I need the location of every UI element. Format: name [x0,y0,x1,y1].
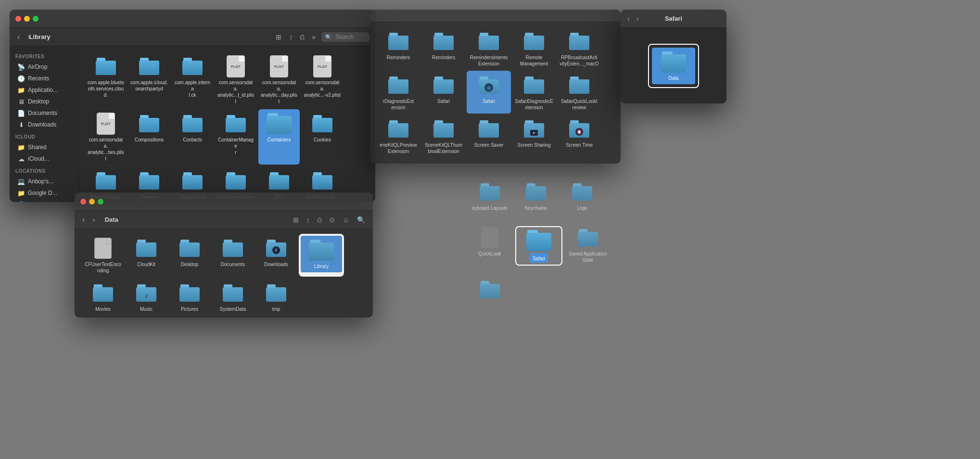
data-folder-selected-box[interactable]: Data [648,44,699,88]
view-icon[interactable]: ⊞ [274,32,283,42]
sidebar-item-desktop[interactable]: 🖥 Desktop [12,96,77,107]
list-item-saved-state[interactable]: Saved ApplicationState [567,226,609,263]
list-item[interactable]: Desktop [169,234,210,277]
list-item[interactable]: Movies [82,279,124,315]
list-item[interactable] [469,278,510,303]
list-item[interactable]: RemoteManagement [512,27,556,70]
back-button[interactable]: ‹ [15,32,22,42]
more-icon[interactable]: » [310,32,318,42]
file-label: QuickLook [478,251,501,257]
list-item[interactable]: SystemData [212,279,254,315]
sidebar-item-recents[interactable]: 🕐 Recents [12,73,77,84]
list-item[interactable]: com.apple.bluetooth.services.cloud. [85,52,127,107]
sidebar-item-airdrop[interactable]: 📡 AirDrop [12,61,77,73]
library-selected-box[interactable]: Library [299,234,344,277]
sidebar-item-downloads[interactable]: ⬇ Downloads [12,119,77,130]
plist-icon: PLIST [266,55,293,78]
search-box[interactable]: 🔍 Search [321,32,369,42]
list-item[interactable]: SafariQuickLookIreview [557,71,601,114]
list-item[interactable]: Cookies [302,109,343,165]
list-item[interactable]: Compositions [128,109,170,165]
forward-button[interactable]: › [90,215,97,225]
sidebar-item-google-drive[interactable]: 📁 Google D... [12,187,77,199]
sidebar-label: Google D... [28,190,57,196]
list-item[interactable]: PLIST com.sensorsdata.analytic...-v2.pli… [302,52,343,107]
close-button[interactable] [15,16,21,22]
minimize-button[interactable] [24,16,30,22]
list-item[interactable]: CloudKit [126,234,167,277]
list-item[interactable]: Logs [561,180,603,211]
list-item[interactable]: RPBroadcastActivityExten..._macO [557,27,601,70]
close-button[interactable] [80,199,86,204]
window-body: Reminders Reminders RemindersIntentsExte… [370,22,621,164]
titlebar [10,10,375,28]
data-window[interactable]: ‹ › Data ⊞ ↕ ⎙ ⊙ ☺ 🔍 CFUserTextEnconding [75,192,373,318]
search-icon[interactable]: 🔍 [355,215,367,225]
list-item[interactable]: Documents [212,234,254,277]
list-item[interactable]: com.apple.icloud.searchpartyd [128,52,170,107]
sidebar-item-applications[interactable]: 📁 Applicatio... [12,84,77,96]
sidebar-item-documents[interactable]: 📄 Documents [12,107,77,119]
maximize-button[interactable] [33,16,38,22]
list-item-containers-selected[interactable]: Containers [258,109,300,165]
folder-icon [574,226,601,249]
view-icon[interactable]: ⊞ [291,215,301,225]
folder-icon [385,117,412,140]
tag-icon[interactable]: ⊙ [327,215,337,225]
maximize-button[interactable] [98,199,103,204]
list-item[interactable]: ♪ Music [126,279,167,315]
applications-icon: 📁 [17,86,25,94]
list-item[interactable]: Contacts [172,109,213,165]
safari-detail-window[interactable]: ‹ › Safari Data [621,10,726,103]
bg-folders-row3 [469,278,510,303]
list-item-screen-saver[interactable]: Screen Saver [467,115,511,157]
locations-label: Locations [10,165,79,176]
sidebar-label: Anbop's... [28,178,53,185]
list-item[interactable]: eneKitQLPreviewExtension [376,115,420,157]
list-item[interactable]: ⬇ Downloads [255,234,297,277]
sort-icon[interactable]: ↕ [305,215,312,225]
list-item[interactable]: CFUserTextEnconding [82,234,124,277]
list-item[interactable]: eyboard Layouts [469,180,510,211]
sidebar-item-shared[interactable]: 📁 Shared [12,141,77,153]
list-item-screen-time[interactable]: ⌚ Screen Time [557,115,601,157]
list-item[interactable]: PLIST com.sensorsdata.analytic...day.pli… [258,52,300,107]
back-button[interactable]: ‹ [625,14,632,24]
minimize-button[interactable] [89,199,95,204]
share-icon[interactable]: ⎙ [298,32,306,42]
list-item-data-selected[interactable]: Data [652,48,695,84]
list-item-safari-bg-selected[interactable]: Safari [518,229,560,263]
list-item[interactable]: Reminders [376,27,420,70]
list-item-safari-selected[interactable]: ⊕ Safari [467,71,511,114]
list-item[interactable]: Keychains [515,180,557,211]
sidebar-item-network[interactable]: 🌐 Network [12,199,77,202]
list-item[interactable]: PLIST com.sensorsdata.analytic...ties.pl… [85,109,127,165]
sidebar-item-icloud[interactable]: ☁ iCloud... [12,153,77,165]
list-item-screen-sharing[interactable]: ▶ Screen Sharing [512,115,556,157]
list-item-library-selected[interactable]: Library [301,236,342,272]
back-button[interactable]: ‹ [80,215,87,225]
list-item[interactable]: Safari [421,71,466,114]
list-item[interactable]: rDiagnosticExtension [376,71,420,114]
list-item[interactable]: RemindersIntentsExtension [467,27,511,70]
sort-icon[interactable]: ↕ [287,32,294,42]
list-item[interactable]: com.apple.internal.ck [172,52,213,107]
forward-button[interactable]: › [635,14,641,24]
list-item[interactable]: Reminders [421,27,466,70]
list-item[interactable]: ContainerManager [215,109,256,165]
list-item[interactable]: PLIST com.sensorsdata.analytic...t_id.pl… [215,52,256,107]
sidebar-item-anbop[interactable]: 💻 Anbop's... [12,176,77,187]
safari-bg-selected-box[interactable]: Safari [515,226,562,266]
list-item[interactable]: SafariDiagnosticExtension [512,71,556,114]
folder-icon [476,226,503,249]
share-icon[interactable]: ⎙ [316,215,323,225]
list-item-quicklook[interactable]: QuickLook [469,226,510,257]
right-panel-window[interactable]: Reminders Reminders RemindersIntentsExte… [370,10,621,164]
library-window[interactable]: ‹ › Library ⊞ ↕ ⎙ » 🔍 Search Favorites 📡… [10,10,375,202]
list-item[interactable]: tmp [255,279,297,315]
file-label: ContainerManager [217,137,255,155]
folder-icon [566,30,593,53]
list-item[interactable]: SceneKitQLThumbnailExtension [421,115,466,157]
emoji-icon[interactable]: ☺ [341,215,351,225]
list-item[interactable]: Pictures [169,279,210,315]
